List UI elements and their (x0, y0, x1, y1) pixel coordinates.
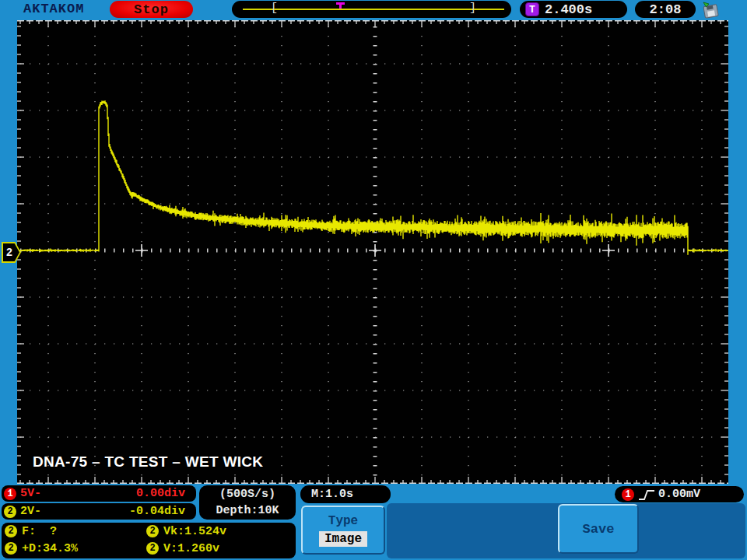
type-button-value: Image (319, 531, 367, 547)
usb-storage-icon (699, 1, 722, 19)
memory-depth: Depth:10K (216, 502, 279, 519)
channel2-status: 2 2V- -0.04div (2, 503, 196, 520)
waveform-plot (17, 20, 728, 484)
measurement-vk-value: Vk:1.524v (163, 525, 226, 538)
record-length-line (243, 9, 504, 10)
channel1-badge: 1 (4, 488, 16, 500)
trigger-time-readout: T 2.400s (520, 1, 627, 18)
trigger-status: 1 0.00mV (615, 486, 744, 502)
sample-rate: (500S/s) (219, 486, 275, 502)
view-window-left-bracket: [ (271, 2, 278, 15)
measurement-duty: 2 +D:34.3% (5, 542, 146, 555)
measurement-channel-badge: 2 (5, 542, 17, 555)
clock-value: 2:08 (650, 2, 682, 17)
brand-logo: AKTAKOM (23, 2, 84, 16)
trigger-marker-stem (339, 5, 342, 9)
trigger-position-marker[interactable] (336, 2, 345, 9)
measurements-panel: 2 F: ? 2 Vk:1.524v 2 +D:34.3% 2 V:1.260v (2, 523, 296, 558)
type-button-label: Type (328, 514, 358, 528)
measurement-channel-badge: 2 (146, 542, 159, 555)
timebase-status: M:1.0s (300, 485, 391, 503)
trigger-source-badge: 1 (622, 488, 634, 501)
channel2-marker-label: 2 (6, 247, 12, 259)
oscilloscope-screen: AKTAKOM Stop [ ] T 2.400s 2:08 DNA-75 (0, 0, 747, 560)
measurement-frequency-value: F: ? (22, 525, 57, 538)
measurement-voltage: 2 V:1.260v (146, 542, 294, 555)
channel1-offset: 0.00div (136, 487, 185, 500)
clock-readout: 2:08 (635, 1, 696, 18)
trigger-position-bar: [ ] (232, 1, 511, 18)
graticule-display: DNA-75 – TC TEST – WET WICK (17, 20, 728, 484)
measurement-frequency: 2 F: ? (5, 525, 146, 538)
save-button-label: Save (583, 522, 615, 537)
trigger-t-icon: T (525, 2, 539, 16)
measurement-vk: 2 Vk:1.524v (146, 525, 294, 538)
measurement-channel-badge: 2 (5, 525, 17, 537)
channel2-scale: 2V- (20, 505, 41, 518)
timebase-value: M:1.0s (311, 488, 353, 501)
acquisition-status: (500S/s) Depth:10K (199, 485, 296, 520)
measurement-channel-badge: 2 (146, 525, 159, 537)
rising-edge-icon (637, 488, 656, 502)
run-state-label: Stop (134, 2, 169, 17)
type-button[interactable]: Type Image (301, 506, 385, 555)
channel1-status: 1 5V- 0.00div (2, 485, 196, 502)
channel2-offset: -0.04div (129, 505, 185, 518)
view-window-right-bracket: ] (469, 2, 476, 15)
measurement-voltage-value: V:1.260v (163, 542, 219, 555)
measurement-duty-value: +D:34.3% (22, 542, 78, 555)
channel1-scale: 5V- (20, 487, 41, 500)
trigger-level-value: 0.00mV (658, 488, 700, 501)
trigger-time-value: 2.400s (545, 2, 592, 17)
save-button[interactable]: Save (558, 504, 639, 554)
run-state-indicator: Stop (110, 1, 193, 18)
channel2-badge: 2 (4, 506, 16, 518)
annotation-caption: DNA-75 – TC TEST – WET WICK (33, 453, 263, 471)
